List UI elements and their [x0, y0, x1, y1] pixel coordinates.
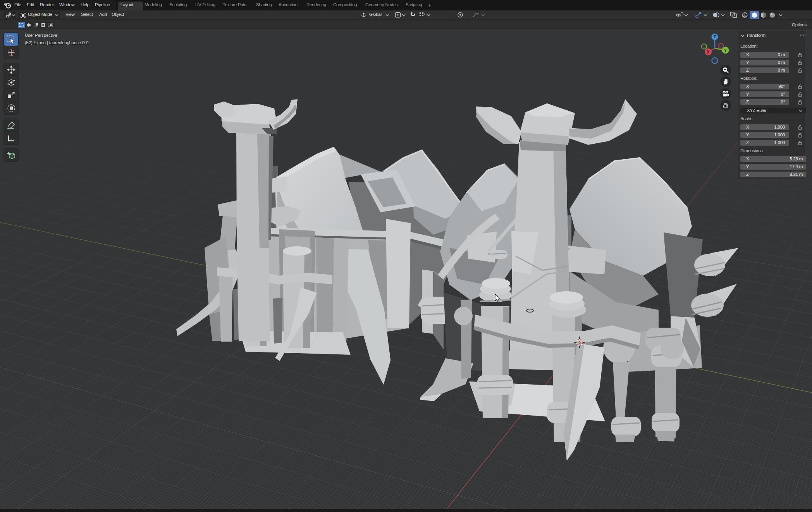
- svg-text:Y: Y: [724, 48, 727, 53]
- svg-text:X: X: [707, 50, 710, 54]
- svg-text:Z: Z: [714, 35, 716, 39]
